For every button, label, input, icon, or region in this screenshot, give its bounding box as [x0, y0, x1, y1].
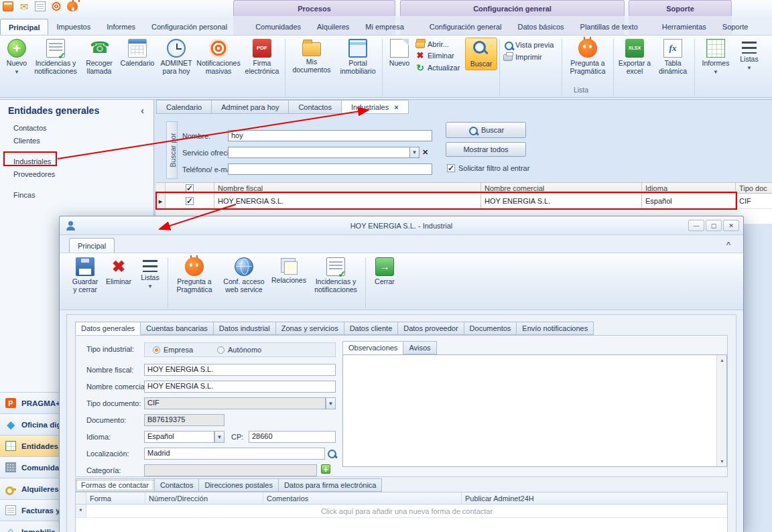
firma-electronica-button[interactable]: Firma electrónica [241, 38, 283, 76]
lookup-search-icon[interactable] [326, 448, 336, 458]
dialog-tab-principal[interactable]: Principal [69, 238, 115, 253]
telefono-input[interactable] [228, 163, 432, 175]
exportar-excel-button[interactable]: Exportar a excel [616, 38, 653, 76]
tab-observaciones[interactable]: Observaciones [342, 341, 403, 354]
row-checkbox-cell[interactable] [166, 194, 214, 208]
tipo-documento-combobox[interactable]: CIF [144, 397, 326, 409]
column-header-tipo-doc[interactable]: Tipo doc [736, 183, 772, 193]
chevron-down-icon[interactable]: ▼ [326, 397, 336, 409]
sidebar-item-contactos[interactable]: Contactos [0, 123, 153, 135]
checkbox-header-cell[interactable] [166, 183, 214, 193]
minimize-icon[interactable]: — [688, 220, 704, 231]
column-header-comentarios[interactable]: Comentarios [263, 492, 462, 504]
nombre-fiscal-input[interactable]: HOY ENERGIA S.L. [144, 364, 336, 376]
collapse-left-icon[interactable]: ‹ [138, 105, 147, 116]
observaciones-textarea[interactable]: ▲ ▼ [342, 354, 727, 467]
vertical-scrollbar[interactable]: ▲ ▼ [716, 355, 726, 466]
tab-contactos[interactable]: Contactos [155, 478, 200, 492]
mail-icon[interactable]: ✉ [19, 1, 29, 11]
tab-datos-industrial[interactable]: Datos industrial [214, 322, 276, 335]
categoria-input[interactable] [144, 464, 317, 476]
filtro-checkbox-row[interactable]: Solicitar filtro al entrar [447, 164, 529, 172]
ribbon-tab-principal[interactable]: Principal [0, 19, 48, 35]
scroll-down-icon[interactable]: ▼ [718, 457, 726, 466]
imprimir-button[interactable]: Imprimir [503, 52, 558, 61]
relaciones-button[interactable]: Relaciones [269, 256, 308, 286]
tab-direcciones-postales[interactable]: Direcciones postales [199, 478, 279, 492]
nuevo-button[interactable]: Nuevo ▼ [3, 38, 31, 77]
clear-x-icon[interactable]: ✕ [420, 147, 430, 158]
calendario-button[interactable]: Calendario [118, 38, 157, 69]
close-icon[interactable]: ✕ [723, 220, 739, 231]
tab-datos-firma-electronica[interactable]: Datos para firma electrónica [279, 478, 383, 492]
chevron-down-icon[interactable]: ▼ [214, 431, 224, 443]
ribbon-tab-configuracion-general[interactable]: Configuración general [422, 19, 510, 35]
ribbon-tab-soporte[interactable]: Soporte [714, 19, 757, 35]
tab-formas-de-contactar[interactable]: Formas de contactar [75, 478, 155, 492]
column-header-publicar[interactable]: Publicar Adminet24H [462, 492, 727, 504]
pragma-icon[interactable] [67, 1, 78, 11]
add-plus-icon[interactable] [321, 464, 330, 474]
notificaciones-masivas-button[interactable]: Notificaciones masivas [196, 38, 241, 76]
column-header-nombre-comercial[interactable]: Nombre comercial [481, 183, 642, 193]
doc-tab-adminet[interactable]: Adminet para hoy [212, 100, 289, 114]
radio-empresa[interactable]: Empresa [153, 346, 193, 354]
ribbon-tab-impuestos[interactable]: Impuestos [48, 19, 99, 35]
chevron-down-icon[interactable]: ▼ [409, 147, 420, 158]
recoger-llamada-button[interactable]: ☎ Recoger llamada [80, 38, 118, 76]
localizacion-input[interactable]: Madrid [144, 448, 325, 460]
cerrar-button[interactable]: Cerrar [368, 256, 401, 287]
tab-avisos[interactable]: Avisos [403, 341, 436, 354]
tabla-dinamica-button[interactable]: Tabla dinámica [653, 38, 692, 76]
maximize-icon[interactable]: ▢ [706, 220, 722, 231]
ribbon-tab-alquileres[interactable]: Alquileres [309, 19, 357, 35]
ribbon-tab-datos-basicos[interactable]: Datos básicos [509, 19, 572, 35]
buscar-search-button[interactable]: Buscar [446, 122, 526, 138]
vista-previa-button[interactable]: Vista previa [503, 40, 558, 50]
column-header-numero-direccion[interactable]: Número/Dirección [145, 492, 263, 504]
idioma-combobox[interactable]: Español [144, 431, 214, 443]
adminet-para-hoy-button[interactable]: ADMINET para hoy [157, 38, 196, 76]
ribbon-tab-herramientas[interactable]: Herramientas [654, 19, 714, 35]
nombre-input[interactable]: hoy [228, 130, 432, 141]
edit-note-icon[interactable] [35, 1, 46, 11]
tab-envio-notificaciones[interactable]: Envío notificaciones [517, 322, 594, 335]
checkbox-checked-icon[interactable] [186, 184, 194, 192]
informes-button[interactable]: Informes ▼ [697, 38, 734, 77]
tab-datos-proveedor[interactable]: Datos proveedor [398, 322, 464, 335]
tab-cuentas-bancarias[interactable]: Cuentas bancarias [141, 322, 214, 335]
mis-documentos-button[interactable]: Mis documentos [287, 38, 336, 75]
dialog-incidencias-button[interactable]: Incidencias y notificaciones [308, 256, 363, 295]
guardar-cerrar-button[interactable]: Guardar y cerrar [68, 256, 103, 295]
eliminar-button[interactable]: ✖ Eliminar [415, 51, 464, 60]
radio-autonomo[interactable]: Autónomo [217, 346, 261, 354]
servicio-combobox[interactable] [228, 147, 410, 158]
dialog-eliminar-button[interactable]: ✖ Eliminar [103, 256, 135, 287]
dialog-pregunta-button[interactable]: Pregunta a Pragmática [170, 256, 218, 295]
documento-input[interactable]: B87619375 [144, 414, 224, 426]
ribbon-tab-plantillas[interactable]: Plantillas de texto [572, 19, 646, 35]
pregunta-pragmatica-button[interactable]: Pregunta a Pragmática [564, 38, 611, 76]
sidebar-item-industriales[interactable]: Industriales [0, 156, 153, 169]
doc-tab-industriales[interactable]: Industriales × [342, 100, 409, 114]
dialog-listas-button[interactable]: Listas ▼ [135, 256, 166, 291]
sidebar-item-proveedores[interactable]: Proveedores [0, 169, 153, 182]
doc-tab-contactos[interactable]: Contactos [289, 100, 342, 114]
sidebar-item-fincas[interactable]: Fincas [0, 190, 153, 202]
collapse-ribbon-icon[interactable]: ^ [723, 239, 734, 249]
ribbon-tab-comunidades[interactable]: Comunidades [247, 19, 309, 35]
webservice-button[interactable]: Conf. acceso web service [218, 256, 269, 295]
new-row-placeholder[interactable]: Click aquí para añadir una nueva forma d… [86, 505, 727, 517]
broadcast-icon[interactable] [51, 1, 62, 11]
tab-datos-cliente[interactable]: Datos cliente [344, 322, 399, 335]
new-row[interactable]: * Click aquí para añadir una nueva forma… [76, 505, 727, 518]
incidencias-notificaciones-button[interactable]: Incidencias y notificaciones [31, 38, 80, 76]
table-row[interactable]: ▸ HOY ENERGIA S.L. HOY ENERGIA S.L. Espa… [156, 194, 772, 209]
column-header-nombre-fiscal[interactable]: Nombre fiscal [214, 183, 481, 193]
column-header-forma[interactable]: Forma [86, 492, 145, 504]
close-tab-icon[interactable]: × [394, 103, 398, 111]
tab-datos-generales[interactable]: Datos generales [75, 322, 141, 335]
sidebar-item-clientes[interactable]: Clientes [0, 135, 153, 148]
mostrar-todos-button[interactable]: Mostrar todos [446, 142, 526, 157]
cp-input[interactable]: 28660 [249, 431, 336, 443]
